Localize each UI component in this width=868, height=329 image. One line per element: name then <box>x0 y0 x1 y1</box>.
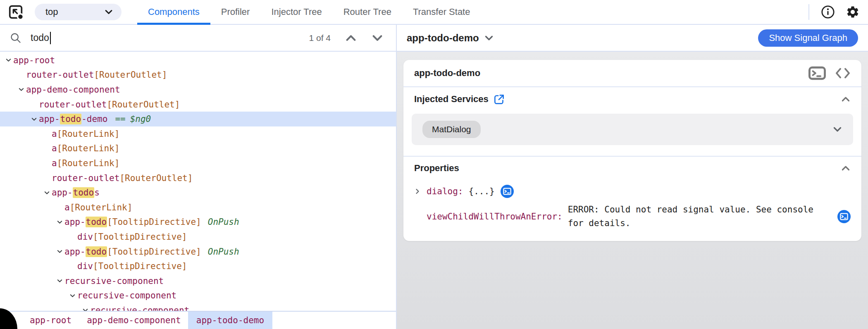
tree-node[interactable]: router-outlet[RouterOutlet] <box>0 97 396 112</box>
collapse-section-icon[interactable] <box>841 94 851 104</box>
directive-label: [RouterLink] <box>70 203 133 212</box>
element-name: app-todos <box>52 188 100 198</box>
directive-label: [RouterOutlet] <box>107 100 180 110</box>
tree-node[interactable]: div[TooltipDirective] <box>0 229 396 244</box>
element-name: a <box>52 143 57 153</box>
tree-node[interactable]: recursive-component <box>0 303 396 311</box>
tree-node[interactable]: a[RouterLink] <box>0 126 396 141</box>
chevron-down-icon <box>104 7 113 17</box>
expand-services-icon[interactable] <box>832 124 842 134</box>
console-reference: $ng0 <box>130 114 151 124</box>
element-name: app-todo-demo <box>39 114 107 124</box>
change-detection-mode: OnPush <box>208 247 239 257</box>
injected-services-section-header: Injected Services <box>403 87 861 111</box>
expand-chevron-icon[interactable] <box>3 57 13 63</box>
injected-services-box: MatDialog <box>412 114 853 145</box>
chevron-right-icon <box>414 188 421 195</box>
element-name: app-todo <box>64 247 107 257</box>
tree-node[interactable]: a[RouterLink] <box>0 141 396 156</box>
expand-chevron-icon[interactable] <box>55 219 64 225</box>
open-in-new-icon[interactable] <box>494 94 505 105</box>
log-to-console-icon[interactable] <box>501 185 514 198</box>
element-name: app-demo-component <box>26 85 120 95</box>
previous-match-button[interactable] <box>345 32 357 44</box>
property-row-viewchild-error: viewChildWillThrowAnError: ERROR: Could … <box>403 203 861 238</box>
tree-node[interactable]: div[TooltipDirective] <box>0 259 396 274</box>
tree-node[interactable]: router-outlet[RouterOutlet] <box>0 68 396 83</box>
next-match-button[interactable] <box>371 32 384 44</box>
tree-node[interactable]: a[RouterLink] <box>0 156 396 171</box>
tree-node[interactable]: app-todo[TooltipDirective]OnPush <box>0 215 396 230</box>
expand-chevron-icon[interactable] <box>16 86 26 93</box>
component-explorer-panel: todo 1 of 4 app-rootrouter-outlet[Router… <box>0 25 397 329</box>
element-name: recursive-component <box>64 276 164 286</box>
expand-chevron-icon[interactable] <box>67 293 77 299</box>
tree-node[interactable]: recursive-component <box>0 274 396 288</box>
tab-profiler[interactable]: Profiler <box>210 0 261 24</box>
injected-services-heading: Injected Services <box>414 94 489 105</box>
tree-node[interactable]: app-root <box>0 53 396 68</box>
directive-label: [TooltipDirective] <box>107 247 201 257</box>
element-name: a <box>52 129 57 139</box>
element-name: router-outlet <box>39 100 107 110</box>
tree-node[interactable]: app-todos <box>0 185 396 200</box>
directive-label: [RouterLink] <box>57 158 120 168</box>
main-tabs: Components Profiler Injector Tree Router… <box>137 0 481 24</box>
directive-label: [RouterLink] <box>57 129 120 139</box>
show-signal-graph-button[interactable]: Show Signal Graph <box>758 29 858 47</box>
search-match-highlight: todo <box>86 246 107 257</box>
tree-node[interactable]: recursive-component <box>0 288 396 303</box>
tab-transfer-state[interactable]: Transfer State <box>402 0 481 24</box>
property-value: {...} <box>469 186 495 196</box>
tab-injector-tree[interactable]: Injector Tree <box>260 0 332 24</box>
expand-chevron-icon[interactable] <box>55 248 64 255</box>
search-match-highlight: todo <box>73 187 95 198</box>
search-input[interactable]: todo <box>31 32 49 43</box>
search-bar: todo 1 of 4 <box>0 25 396 52</box>
view-source-icon[interactable] <box>835 67 851 79</box>
console-reference-equals: == <box>115 114 125 124</box>
search-match-highlight: todo <box>60 114 82 124</box>
component-details-card: app-todo-demo Injected Services MatDialo… <box>403 60 861 241</box>
expand-chevron-icon[interactable] <box>80 307 90 311</box>
tree-node[interactable]: router-outlet[RouterOutlet] <box>0 171 396 186</box>
expand-chevron-icon[interactable] <box>42 190 52 196</box>
expand-property-button[interactable] <box>414 188 427 195</box>
element-name: router-outlet <box>52 173 119 183</box>
search-icon <box>10 32 21 44</box>
breadcrumb-item[interactable]: app-todo-demo <box>188 312 272 329</box>
property-row-dialog: dialog: {...} <box>403 182 861 200</box>
directive-label: [TooltipDirective] <box>107 217 201 227</box>
tree-node[interactable]: app-todo-demo==$ng0 <box>0 112 396 126</box>
property-error-value: ERROR: Could not read signal value. See … <box>568 203 822 230</box>
collapse-section-icon[interactable] <box>841 163 851 173</box>
search-result-count: 1 of 4 <box>309 33 331 43</box>
info-icon <box>821 5 835 19</box>
element-name: app-root <box>13 55 55 65</box>
info-button[interactable] <box>821 5 835 19</box>
log-to-console-icon[interactable] <box>837 210 851 223</box>
expand-chevron-icon[interactable] <box>55 278 64 284</box>
chevron-down-icon[interactable] <box>484 33 494 43</box>
breadcrumb-item[interactable]: app-demo-component <box>87 312 181 329</box>
component-tree: app-rootrouter-outlet[RouterOutlet]app-d… <box>0 52 396 311</box>
settings-button[interactable] <box>835 5 860 19</box>
tab-router-tree[interactable]: Router Tree <box>333 0 402 24</box>
element-name: a <box>64 203 70 212</box>
directive-label: [TooltipDirective] <box>93 232 187 242</box>
property-name: viewChildWillThrowAnError: <box>427 212 563 222</box>
tree-node[interactable]: a[RouterLink] <box>0 200 396 215</box>
terminal-icon[interactable] <box>808 66 826 80</box>
tree-node[interactable]: app-todo[TooltipDirective]OnPush <box>0 244 396 259</box>
breadcrumb-item[interactable]: app-root <box>30 312 72 329</box>
frame-selector-dropdown[interactable]: top <box>35 4 122 20</box>
expand-chevron-icon[interactable] <box>29 116 39 122</box>
tree-node[interactable]: app-demo-component <box>0 82 396 97</box>
service-chip[interactable]: MatDialog <box>422 121 481 138</box>
tab-components[interactable]: Components <box>137 0 210 24</box>
property-name: dialog: <box>427 186 463 196</box>
change-detection-mode: OnPush <box>208 217 239 227</box>
element-name: div <box>77 232 93 242</box>
inspect-element-button[interactable] <box>7 4 24 20</box>
devtools-toolbar: top Components Profiler Injector Tree Ro… <box>0 0 868 25</box>
